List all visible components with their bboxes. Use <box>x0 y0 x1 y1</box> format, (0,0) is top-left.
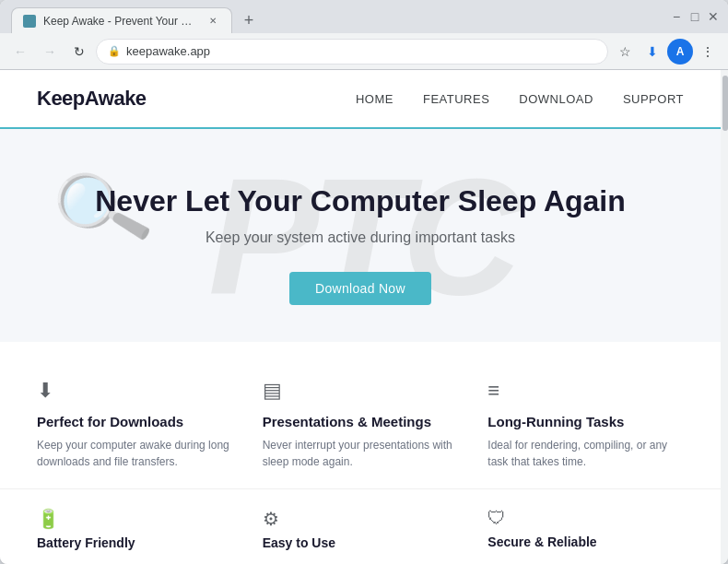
hero-title: Never Let Your Computer Sleep Again <box>37 184 684 218</box>
bookmark-icon[interactable]: ☆ <box>612 39 638 65</box>
feature-item-presentations: ▤ Presentations & Meetings Never interru… <box>263 379 459 470</box>
feature-tasks-icon: ≡ <box>487 379 684 403</box>
bottom-feature-secure: 🛡 Secure & Reliable <box>487 508 684 550</box>
title-bar: Keep Awake - Prevent Your Co... ✕ + − □ … <box>0 0 728 33</box>
hero-section: 🔍 PTC Never Let Your Computer Sleep Agai… <box>0 129 721 342</box>
back-button[interactable]: ← <box>7 39 33 65</box>
site-nav-links: HOME FEATURES DOWNLOAD SUPPORT <box>356 92 684 106</box>
bottom-features-grid: 🔋 Battery Friendly ⚙ Easy to Use 🛡 Secur… <box>37 508 684 550</box>
bottom-feature-easy: ⚙ Easy to Use <box>263 508 459 550</box>
nav-download[interactable]: DOWNLOAD <box>519 92 593 106</box>
browser-tab[interactable]: Keep Awake - Prevent Your Co... ✕ <box>11 7 232 33</box>
minimize-button[interactable]: − <box>669 9 684 24</box>
browser-toolbar: ← → ↻ 🔒 keepawake.app ☆ ⬇ A ⋮ <box>0 33 728 70</box>
feature-tasks-desc: Ideal for rendering, compiling, or any t… <box>487 437 684 470</box>
hero-content: Never Let Your Computer Sleep Again Keep… <box>37 184 684 305</box>
website-content: KeepAwake HOME FEATURES DOWNLOAD SUPPORT… <box>0 70 721 564</box>
nav-home[interactable]: HOME <box>356 92 393 106</box>
profile-avatar[interactable]: A <box>667 39 693 65</box>
lock-icon: 🔒 <box>108 45 121 57</box>
site-logo: KeepAwake <box>37 87 147 111</box>
tab-area: Keep Awake - Prevent Your Co... ✕ + <box>7 0 665 33</box>
feature-presentations-title: Presentations & Meetings <box>263 414 459 429</box>
site-navbar: KeepAwake HOME FEATURES DOWNLOAD SUPPORT <box>0 70 721 129</box>
menu-icon[interactable]: ⋮ <box>695 39 721 65</box>
easy-icon: ⚙ <box>263 508 279 530</box>
hero-subtitle: Keep your system active during important… <box>37 229 684 246</box>
feature-item-downloads: ⬇ Perfect for Downloads Keep your comput… <box>37 379 233 470</box>
close-button[interactable]: ✕ <box>706 9 721 24</box>
tab-title: Keep Awake - Prevent Your Co... <box>43 15 198 28</box>
window-controls: − □ ✕ <box>669 9 721 24</box>
scrollbar[interactable] <box>721 70 728 564</box>
toolbar-right: ☆ ⬇ A ⋮ <box>612 39 721 65</box>
nav-support[interactable]: SUPPORT <box>623 92 684 106</box>
bottom-feature-battery: 🔋 Battery Friendly <box>37 508 233 550</box>
nav-features[interactable]: FEATURES <box>423 92 489 106</box>
feature-item-tasks: ≡ Long-Running Tasks Ideal for rendering… <box>487 379 684 470</box>
bottom-features-section: 🔋 Battery Friendly ⚙ Easy to Use 🛡 Secur… <box>0 488 721 564</box>
tab-close-button[interactable]: ✕ <box>205 14 220 29</box>
download-now-button[interactable]: Download Now <box>289 272 431 305</box>
feature-presentations-icon: ▤ <box>263 379 459 403</box>
browser-window: Keep Awake - Prevent Your Co... ✕ + − □ … <box>0 0 728 564</box>
maximize-button[interactable]: □ <box>687 9 702 24</box>
feature-presentations-desc: Never interrupt your presentations with … <box>263 437 459 470</box>
address-bar[interactable]: 🔒 keepawake.app <box>96 39 608 65</box>
feature-download-title: Perfect for Downloads <box>37 414 233 429</box>
battery-title: Battery Friendly <box>37 535 135 550</box>
new-tab-button[interactable]: + <box>236 7 262 33</box>
url-text: keepawake.app <box>126 44 596 58</box>
download-icon[interactable]: ⬇ <box>640 39 665 65</box>
battery-icon: 🔋 <box>37 508 60 530</box>
feature-download-desc: Keep your computer awake during long dow… <box>37 437 233 470</box>
easy-title: Easy to Use <box>263 535 335 550</box>
scrollbar-thumb[interactable] <box>722 76 728 131</box>
secure-icon: 🛡 <box>487 508 506 529</box>
feature-download-icon: ⬇ <box>37 379 233 403</box>
refresh-button[interactable]: ↻ <box>66 39 92 65</box>
secure-title: Secure & Reliable <box>487 535 596 549</box>
features-grid: ⬇ Perfect for Downloads Keep your comput… <box>37 379 684 470</box>
tab-favicon <box>23 15 36 28</box>
feature-tasks-title: Long-Running Tasks <box>487 414 684 429</box>
forward-button[interactable]: → <box>37 39 63 65</box>
features-section: ⬇ Perfect for Downloads Keep your comput… <box>0 342 721 488</box>
scrollbar-track <box>722 72 726 562</box>
content-area: KeepAwake HOME FEATURES DOWNLOAD SUPPORT… <box>0 70 728 564</box>
